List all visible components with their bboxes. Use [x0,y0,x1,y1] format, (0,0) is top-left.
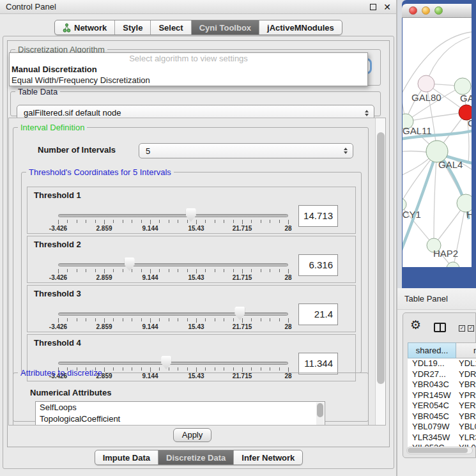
dropdown-placeholder-option[interactable]: Select algorithm to view settings [10,53,367,64]
tick-label: 15.43 [188,225,204,232]
close-traffic-light-icon[interactable] [409,6,417,15]
network-graph: GAL80GACGAL11GAL4GCY1HHAP2 [403,18,472,267]
table-data-selected-value: galFiltered.sif default node [17,108,121,118]
dropdown-option-manual-discretization[interactable]: Manual Discretization [10,64,367,75]
tab-label: Infer Network [242,450,295,465]
network-node-label: GAL80 [411,92,441,103]
dropdown-option-equal-width-frequency-discretization[interactable]: Equal Width/Frequency Discretization [10,75,367,86]
cell-shared-name: YBL079W [408,422,456,433]
slider-ticks [58,269,288,274]
threshold-panel-3: Threshold 3-3.4262.8599.14415.4321.71528… [27,285,356,332]
tab-impute-data[interactable]: Impute Data [95,450,158,464]
numerical-attributes-label: Numerical Attributes [30,388,111,397]
float-window-icon[interactable] [370,4,376,10]
threshold-value-field[interactable]: 21.4 [298,303,338,325]
settings-scroll-area: Interval Definition Number of Intervals … [8,118,386,426]
tick-label: 15.43 [188,323,204,330]
threshold-label: Threshold 1 [34,190,81,200]
combobox-stepper-icon [344,148,348,154]
network-canvas[interactable]: GAL80GACGAL11GAL4GCY1HHAP2 [403,18,472,267]
table-rows: YDL19...YDL1YDR27...YDR2YBR043CYBR0YPR14… [408,358,476,447]
tab-jactivemnodules[interactable]: jActiveMNodules [259,20,342,35]
table-row[interactable]: YBR043CYBR0 [408,380,476,390]
table-row[interactable]: YBR045CYBR0 [408,411,476,422]
table-row[interactable]: YDL19...YDL1 [408,358,476,369]
close-icon[interactable]: ✕ [383,1,391,14]
control-panel-window: Control Panel ✕ NetworkStyleSelectCyni T… [0,0,397,476]
choose-columns-icon[interactable] [434,323,446,332]
tick-label: -3.426 [49,274,67,281]
apply-button[interactable]: Apply [173,428,211,442]
settings-gear-icon[interactable]: ⚙ [410,319,421,332]
tab-cyni-toolbox[interactable]: Cyni Toolbox [192,20,259,35]
column-header-name[interactable]: n [456,342,476,358]
numerical-attributes-listbox[interactable]: SelfLoopsTopologicalCoefficientBetweenne… [35,401,325,426]
slider-track[interactable] [58,263,288,266]
tab-label: Cyni Toolbox [199,20,251,35]
algorithm-dropdown-popup: Select algorithm to view settings Manual… [9,52,368,86]
network-icon [63,23,71,33]
tick-label: 2.859 [96,225,112,232]
screen: Control Panel ✕ NetworkStyleSelectCyni T… [0,0,476,476]
table-data-group: Table Data galFiltered.sif default node [10,87,381,116]
slider-track[interactable] [58,312,288,316]
cell-shared-name: YER054C [408,401,456,411]
tab-network[interactable]: Network [55,20,115,35]
tick-label: 28 [284,323,291,330]
tab-label: Impute Data [103,450,150,465]
tick-label: -3.426 [49,323,67,330]
control-panel-tab-bar: NetworkStyleSelectCyni ToolboxjActiveMNo… [54,20,342,35]
threshold-label: Threshold 4 [34,338,81,348]
cell-name: YBR0 [456,411,476,422]
threshold-value-field[interactable]: 6.316 [298,254,338,276]
cell-name: YLR3 [456,433,476,443]
table-data-label: Table Data [15,87,60,96]
list-scrollbar[interactable] [316,403,324,426]
tab-style[interactable]: Style [115,20,151,35]
threshold-label: Threshold 2 [34,240,81,249]
table-row[interactable]: YPR145WYPR1 [408,390,476,401]
interval-definition-label: Interval Definition [18,123,87,132]
cell-shared-name: YDL19... [408,358,456,369]
list-item-betweennesscentrality[interactable]: BetweennessCentrality [36,424,325,426]
right-panels: GAL80GACGAL11GAL4GCY1HHAP2 Table Panel ⚙… [397,0,476,476]
tick-label: 9.144 [142,225,158,232]
slider-track[interactable] [58,362,288,365]
minimize-traffic-light-icon[interactable] [422,6,430,15]
table-row[interactable]: YBL079WYBL0 [408,422,476,433]
network-node-label: C [468,118,472,128]
tab-infer-network[interactable]: Infer Network [234,450,302,464]
scrollbar-thumb[interactable] [408,448,468,453]
list-item-selfloops[interactable]: SelfLoops [36,402,325,413]
network-node-gal80[interactable] [418,75,434,92]
network-node-label: H [466,209,472,220]
number-of-intervals-label: Number of Intervals [38,145,116,155]
select-all-checkbox-icon[interactable]: ✓ [468,325,474,332]
threshold-value-field[interactable]: 14.713 [298,205,338,227]
column-header-shared-name[interactable]: shared... [408,342,456,358]
table-row[interactable]: YER054CYER0 [408,401,476,411]
horizontal-scrollbar[interactable] [406,447,473,454]
slider-track[interactable] [58,214,288,217]
table-row[interactable]: YLR345WYLR3 [408,433,476,443]
bottom-tab-bar: Impute DataDiscretize DataInfer Network [0,450,397,465]
threshold-label: Threshold 3 [34,289,81,298]
tab-select[interactable]: Select [151,20,191,35]
tab-discretize-data[interactable]: Discretize Data [158,450,234,464]
table-row[interactable]: YDR27...YDR2 [408,369,476,380]
attributes-to-discretize-group: Attributes to discretize Numerical Attri… [13,368,369,426]
list-item-topologicalcoefficient[interactable]: TopologicalCoefficient [36,413,325,425]
tick-label: 2.859 [96,274,112,281]
network-window-titlebar [402,4,472,18]
scrollbar-thumb[interactable] [377,132,385,384]
select-all-checkbox-icon[interactable]: ✓ [459,325,465,332]
network-node-label: GAL4 [438,159,463,170]
number-of-intervals-combobox[interactable]: 5 [139,143,353,158]
zoom-traffic-light-icon[interactable] [434,6,443,15]
cell-name: YDL1 [456,358,476,369]
tick-label: 28 [284,274,291,281]
network-node-label: GCY1 [403,209,421,220]
tick-label: 28 [284,225,291,232]
vertical-scrollbar[interactable] [375,118,386,426]
cell-shared-name: YBR043C [408,380,456,390]
